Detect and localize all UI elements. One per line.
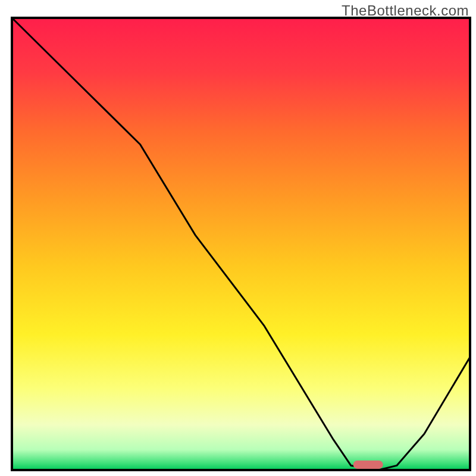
optimal-range-marker (353, 461, 383, 469)
chart-svg (0, 0, 476, 476)
bottleneck-chart: TheBottleneck.com (0, 0, 476, 476)
